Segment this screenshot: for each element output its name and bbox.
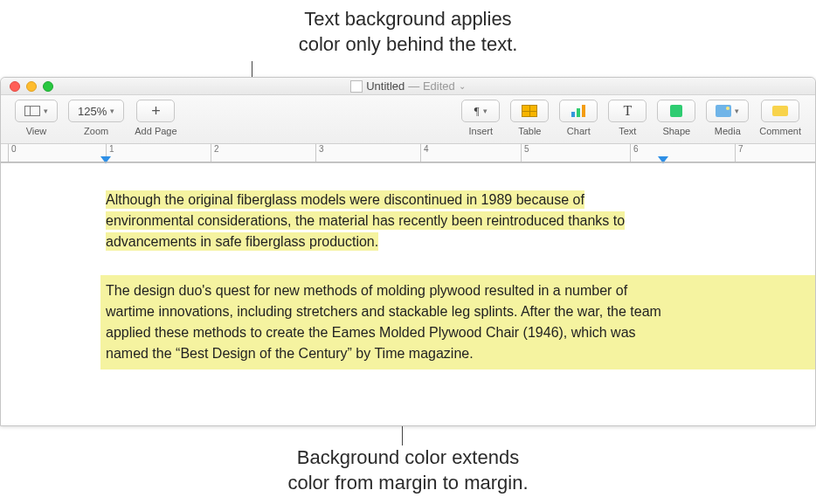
paragraph-block-bg[interactable]: The design duo's quest for new methods o…	[100, 275, 815, 369]
plus-icon: +	[151, 103, 161, 119]
titlebar: Untitled — Edited ⌄	[1, 78, 815, 95]
table-icon	[522, 105, 537, 117]
media-button[interactable]: ▾	[706, 100, 749, 122]
zoom-value: 125%	[78, 105, 107, 118]
document-canvas[interactable]: Although the original fiberglass models …	[1, 163, 815, 425]
insert-button[interactable]: ¶ ▾	[461, 100, 500, 122]
chevron-down-icon: ▾	[735, 107, 739, 115]
toolbar-label: Media	[715, 126, 741, 136]
callout-line: Text background applies	[0, 7, 816, 32]
ruler-tick: 2	[211, 144, 219, 162]
toolbar-label: Shape	[662, 126, 690, 136]
chart-button[interactable]	[559, 100, 598, 122]
text-icon: T	[623, 103, 632, 119]
callout-line: color from margin to margin.	[0, 471, 816, 496]
chevron-down-icon: ⌄	[459, 81, 466, 91]
toolbar-label: Add Page	[135, 126, 176, 136]
toolbar: ▾ View 125% ▾ Zoom + Add Page ¶ ▾ Insert	[1, 95, 815, 144]
ruler-tick: 6	[630, 144, 639, 162]
toolbar-label: Text	[619, 126, 636, 136]
view-button[interactable]: ▾	[15, 100, 58, 122]
ruler-tick: 7	[735, 144, 743, 162]
ruler-tick: 0	[8, 144, 17, 162]
paragraph-text: The design duo's quest for new methods o…	[106, 280, 665, 364]
toolbar-label: Zoom	[84, 126, 108, 136]
chevron-down-icon: ▾	[483, 107, 488, 115]
callout-background-color: Background color extends color from marg…	[0, 445, 816, 495]
comment-icon	[772, 106, 788, 116]
ruler-tick: 4	[420, 144, 429, 162]
callout-line: color only behind the text.	[0, 32, 816, 58]
table-button[interactable]	[510, 100, 549, 122]
chevron-down-icon: ▾	[44, 107, 48, 115]
ruler-tick: 5	[521, 144, 529, 162]
shape-button[interactable]	[657, 100, 695, 122]
pilcrow-icon: ¶	[474, 104, 480, 118]
chevron-down-icon: ▾	[110, 107, 114, 115]
zoom-button[interactable]: 125% ▾	[68, 100, 124, 122]
toolbar-label: Comment	[759, 126, 801, 136]
edited-indicator: — Edited	[408, 79, 454, 93]
media-icon	[716, 105, 731, 117]
app-window: Untitled — Edited ⌄ ▾ View 125% ▾ Zoom +…	[0, 77, 816, 426]
ruler[interactable]: 0 1 2 3 4 5 6 7	[1, 144, 815, 163]
view-icon	[24, 106, 40, 116]
ruler-tick: 3	[315, 144, 324, 162]
document-title: Untitled	[366, 79, 405, 93]
text-button[interactable]: T	[608, 100, 647, 122]
paragraph-text-bg[interactable]: Although the original fiberglass models …	[106, 190, 665, 252]
paragraph-text: Although the original fiberglass models …	[106, 190, 625, 251]
add-page-button[interactable]: +	[136, 100, 175, 122]
toolbar-label: View	[26, 126, 47, 136]
chart-icon	[571, 105, 585, 117]
toolbar-label: Insert	[469, 126, 494, 136]
toolbar-label: Chart	[567, 126, 591, 136]
comment-button[interactable]	[761, 100, 799, 122]
document-title-group[interactable]: Untitled — Edited ⌄	[1, 79, 815, 93]
callout-text-background: Text background applies color only behin…	[0, 7, 816, 57]
callout-line: Background color extends	[0, 445, 816, 471]
shape-icon	[670, 105, 682, 117]
toolbar-label: Table	[518, 126, 541, 136]
document-icon	[350, 80, 363, 93]
